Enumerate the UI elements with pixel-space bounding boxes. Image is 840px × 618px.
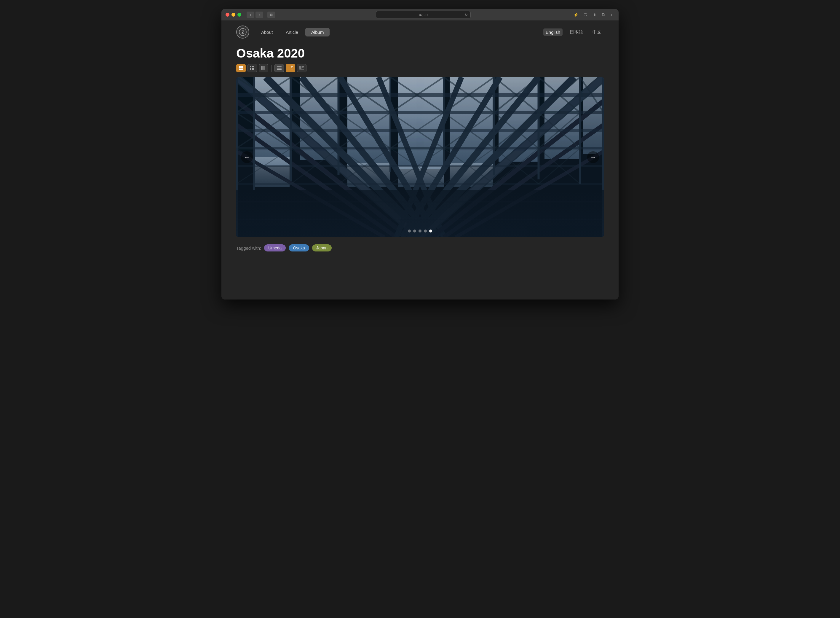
tag-osaka[interactable]: Osaka xyxy=(289,244,309,251)
svg-rect-41 xyxy=(302,66,304,67)
slide-prev-button[interactable]: ← xyxy=(241,151,253,163)
browser-toolbar-right: ⚡ 🛡 ⬆ ⧉ + xyxy=(572,11,615,18)
reload-icon[interactable]: ↻ xyxy=(465,13,468,17)
sidebar-button[interactable]: ⊟ xyxy=(267,12,275,18)
url-input[interactable] xyxy=(376,11,471,18)
maximize-button[interactable] xyxy=(237,13,241,16)
svg-rect-39 xyxy=(291,70,292,70)
tags-label: Tagged with: xyxy=(236,245,261,251)
svg-rect-27 xyxy=(261,69,262,70)
svg-rect-17 xyxy=(264,66,264,67)
svg-rect-23 xyxy=(261,68,262,69)
svg-rect-35 xyxy=(291,66,293,67)
nav-article[interactable]: Article xyxy=(280,28,304,37)
nav-album[interactable]: Album xyxy=(305,28,330,37)
svg-rect-40 xyxy=(299,66,301,69)
svg-rect-21 xyxy=(264,67,264,68)
svg-text:Z: Z xyxy=(241,30,244,34)
svg-rect-19 xyxy=(261,67,262,68)
site-header: Z About Article Album English 日本語 中文 xyxy=(221,21,619,43)
svg-rect-15 xyxy=(261,66,262,67)
view-toolbar xyxy=(221,64,619,77)
tag-umeda[interactable]: Umeda xyxy=(264,244,286,251)
svg-rect-6 xyxy=(250,66,251,67)
svg-rect-22 xyxy=(265,67,265,68)
new-tab-button[interactable]: + xyxy=(609,12,615,18)
slide-dot-5[interactable] xyxy=(429,230,432,232)
slide-dot-3[interactable] xyxy=(419,230,421,232)
language-switcher: English 日本語 中文 xyxy=(543,28,604,36)
forward-button[interactable]: › xyxy=(255,12,263,18)
slide-dots xyxy=(408,230,432,232)
view-separator xyxy=(271,65,271,72)
slide-dot-4[interactable] xyxy=(424,230,427,232)
svg-rect-7 xyxy=(252,66,253,67)
svg-rect-26 xyxy=(265,68,265,69)
back-button[interactable]: ‹ xyxy=(247,12,254,18)
shield-button[interactable]: 🛡 xyxy=(582,12,590,18)
svg-rect-16 xyxy=(262,66,264,67)
svg-rect-33 xyxy=(277,69,281,70)
traffic-lights xyxy=(225,13,241,16)
svg-rect-3 xyxy=(241,66,243,68)
svg-rect-48 xyxy=(398,77,444,169)
nav-about[interactable]: About xyxy=(255,28,279,37)
svg-rect-36 xyxy=(291,67,292,68)
svg-rect-38 xyxy=(291,69,293,69)
slideshow-image xyxy=(236,77,604,237)
tabs-button[interactable]: ⧉ xyxy=(600,11,607,18)
svg-rect-24 xyxy=(262,68,264,69)
view-detail[interactable] xyxy=(286,64,295,72)
info-icon xyxy=(299,66,304,71)
logo-nav: Z About Article Album xyxy=(236,25,330,39)
svg-rect-25 xyxy=(264,68,264,69)
view-info[interactable] xyxy=(297,64,307,72)
lang-japanese[interactable]: 日本語 xyxy=(567,28,585,36)
slide-next-button[interactable]: → xyxy=(587,151,599,163)
album-title: Osaka 2020 xyxy=(221,43,619,64)
minimize-button[interactable] xyxy=(231,13,236,16)
svg-rect-12 xyxy=(250,69,251,70)
svg-rect-14 xyxy=(253,69,254,70)
tag-japan[interactable]: Japan xyxy=(312,244,332,251)
grid-medium-icon xyxy=(250,66,255,71)
steel-structure-bg xyxy=(236,77,604,237)
grid-large-icon xyxy=(239,66,243,71)
view-list[interactable] xyxy=(274,64,284,72)
browser-titlebar: ‹ › ⊟ 🔒 ↻ ⚡ 🛡 ⬆ ⧉ + xyxy=(221,9,619,21)
svg-rect-30 xyxy=(265,69,265,70)
lang-english[interactable]: English xyxy=(543,28,563,36)
svg-rect-32 xyxy=(277,68,281,69)
slide-dot-1[interactable] xyxy=(408,230,411,232)
page-content: Z About Article Album English 日本語 中文 Osa… xyxy=(221,21,619,300)
slideshow-container: ← → xyxy=(236,77,604,237)
view-grid-small[interactable] xyxy=(259,64,268,72)
share-button[interactable]: ⬆ xyxy=(591,12,599,18)
address-bar: 🔒 ↻ xyxy=(281,11,566,18)
extensions-button[interactable]: ⚡ xyxy=(572,12,580,18)
svg-rect-28 xyxy=(262,69,264,70)
svg-rect-11 xyxy=(253,68,254,69)
lang-chinese[interactable]: 中文 xyxy=(590,28,604,36)
svg-rect-4 xyxy=(239,68,241,70)
svg-rect-5 xyxy=(241,68,243,70)
svg-rect-20 xyxy=(262,67,264,68)
view-grid-large[interactable] xyxy=(236,64,246,72)
svg-rect-43 xyxy=(299,69,304,70)
svg-rect-29 xyxy=(264,69,264,70)
site-nav: About Article Album xyxy=(255,28,330,37)
svg-rect-18 xyxy=(265,66,265,67)
logo-icon: Z xyxy=(239,28,247,36)
svg-rect-13 xyxy=(252,69,253,70)
grid-small-icon xyxy=(261,66,266,71)
svg-rect-9 xyxy=(250,68,251,69)
view-grid-medium[interactable] xyxy=(247,64,257,72)
browser-nav-buttons: ‹ › xyxy=(247,12,263,18)
svg-rect-10 xyxy=(252,68,253,69)
close-button[interactable] xyxy=(225,13,230,16)
svg-rect-8 xyxy=(253,66,254,67)
site-logo[interactable]: Z xyxy=(236,25,249,39)
slide-dot-2[interactable] xyxy=(413,230,416,232)
svg-rect-37 xyxy=(288,68,290,71)
browser-window: ‹ › ⊟ 🔒 ↻ ⚡ 🛡 ⬆ ⧉ + xyxy=(221,9,619,300)
